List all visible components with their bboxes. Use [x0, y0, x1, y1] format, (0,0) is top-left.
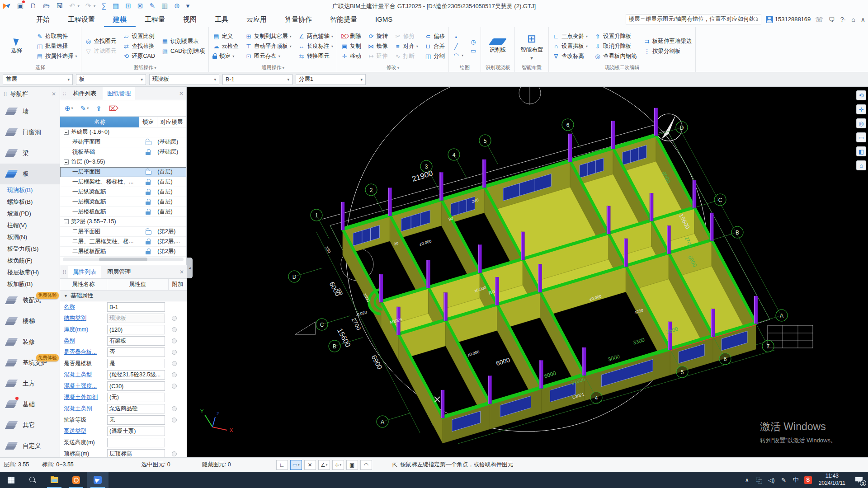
drawing-row[interactable]: 一层楼板配筋(首层) — [60, 207, 186, 217]
locked-icon[interactable] — [146, 249, 151, 254]
property-value-input[interactable]: (混凝土泵) — [107, 427, 165, 436]
设置升降板-button[interactable]: ⇧设置升降板 — [593, 32, 638, 41]
按属性选择-button[interactable]: ▤按属性选择▾ — [35, 52, 78, 61]
attach-radio[interactable] — [172, 372, 177, 377]
图元存盘-button[interactable]: ⊡图元存盘▾ — [244, 52, 292, 61]
选择-button[interactable]: 选择 — [3, 38, 31, 55]
attach-radio[interactable] — [172, 350, 177, 355]
attach-radio[interactable] — [172, 384, 177, 389]
layer-select-3[interactable]: B-1▾ — [222, 74, 292, 85]
云检查-button[interactable]: ☁云检查 — [212, 42, 240, 51]
sidebar-item-自定义[interactable]: 自定义 — [0, 436, 60, 456]
sidebar-item-板洞(N)[interactable]: 板洞(N) — [0, 231, 60, 243]
attach-radio[interactable] — [172, 418, 177, 422]
sidebar-item-梁[interactable]: 梁 — [0, 143, 60, 164]
sidebar-item-墙[interactable]: 墙 — [0, 101, 60, 122]
attach-radio[interactable] — [172, 406, 177, 411]
collapse-icon[interactable] — [64, 219, 69, 224]
tray-expand-icon[interactable]: ∧ — [741, 477, 753, 483]
tab-工程设置[interactable]: 工程设置 — [59, 12, 104, 27]
close-icon[interactable]: ✕ — [52, 91, 56, 97]
start-button[interactable] — [0, 472, 22, 488]
arc-tool[interactable]: ◠ — [360, 460, 372, 470]
property-value-input[interactable]: 是 — [107, 359, 165, 368]
property-value-input[interactable]: 有梁板 — [107, 336, 165, 346]
attach-radio[interactable] — [172, 451, 177, 456]
unlocked-icon[interactable] — [146, 169, 151, 175]
drawing-group-row[interactable]: 基础层 (-1.6~0) — [60, 127, 186, 137]
drawing-row[interactable]: 基础平面图(基础层) — [60, 137, 186, 147]
clock[interactable]: 11:43 2024/10/11 — [814, 473, 850, 487]
summary-calc-icon[interactable]: ∑ — [101, 1, 106, 10]
view-quantity-icon[interactable]: ⊞ — [125, 1, 131, 10]
new-window-icon[interactable]: ⊕ — [174, 1, 180, 10]
layer-select-0[interactable]: 首层▾ — [3, 74, 73, 85]
property-label[interactable]: 是否叠合板... — [60, 348, 107, 356]
sidebar-item-装配式[interactable]: 装配式免费体验 — [0, 290, 60, 311]
property-label[interactable]: 混凝土类型 — [60, 371, 107, 379]
support-icon[interactable]: ☏ — [815, 16, 823, 23]
orange-app-button[interactable] — [65, 472, 87, 488]
locked-icon[interactable] — [146, 189, 151, 195]
close-icon[interactable]: ✕ — [179, 269, 184, 275]
rename-drawing-button[interactable]: ✎▾ — [80, 104, 89, 113]
app-logo-icon[interactable] — [3, 2, 11, 9]
new-project-icon[interactable]: 🗋 — [30, 1, 37, 10]
自动平齐顶板-button[interactable]: ⊤自动平齐顶板▾ — [244, 42, 292, 51]
property-label[interactable]: 混凝土类别 — [60, 405, 107, 413]
查找替换-button[interactable]: ⇄查找替换 — [122, 42, 156, 51]
sidebar-item-基坑支护[interactable]: 基坑支护免费体验 — [0, 352, 60, 373]
collapse-ribbon-icon[interactable]: ∧ — [861, 16, 865, 23]
save-icon[interactable]: 🖫 — [56, 1, 63, 10]
locked-icon[interactable] — [146, 179, 151, 185]
draw-rect-button[interactable]: ▭ — [469, 47, 478, 55]
sogou-icon[interactable]: S — [804, 476, 812, 484]
draw-circle-button[interactable]: ◷ — [469, 38, 478, 46]
snap-toggle[interactable]: ✕ — [304, 460, 316, 470]
三点变斜-button[interactable]: ∟三点变斜▾ — [552, 32, 589, 41]
查看板内钢筋-button[interactable]: ◎查看板内钢筋 — [593, 52, 638, 61]
sidebar-item-板加腋(B)[interactable]: 板加腋(B) — [0, 278, 60, 290]
draw-arc-button[interactable]: ◠▾ — [452, 52, 464, 59]
add-drawing-button[interactable]: ⊕▾ — [65, 104, 73, 113]
sidebar-item-楼梯[interactable]: 楼梯 — [0, 311, 60, 332]
property-label[interactable]: 结构类别 — [60, 314, 107, 322]
collapse-icon[interactable] — [64, 160, 69, 164]
redo-icon[interactable]: ↷ — [85, 1, 91, 10]
view-report-icon[interactable]: ▦ — [113, 1, 119, 10]
qat-more-icon[interactable]: ▾ — [186, 1, 190, 10]
sidebar-item-螺旋板(B)[interactable]: 螺旋板(B) — [0, 196, 60, 208]
import-drawing-button[interactable]: ⇪ — [96, 104, 102, 113]
drag-handle-icon[interactable]: ⁞⁞ — [63, 91, 66, 96]
locked-icon[interactable] — [146, 209, 151, 215]
layer-select-1[interactable]: 板▾ — [76, 74, 146, 85]
drawing-row[interactable]: 筏板基础(基础层) — [60, 147, 186, 157]
property-label[interactable]: 混凝土强度... — [60, 382, 107, 390]
sidebar-item-板[interactable]: 板 — [0, 164, 60, 184]
拾取构件-button[interactable]: ✎拾取构件 — [35, 32, 78, 41]
property-value-input[interactable] — [107, 438, 165, 447]
对齐-button[interactable]: ≡对齐▾ — [393, 42, 419, 51]
sidebar-item-柱帽(V)[interactable]: 柱帽(V) — [0, 220, 60, 231]
tab-IGMS[interactable]: IGMS — [366, 12, 401, 27]
sidebar-item-楼层板带(H)[interactable]: 楼层板带(H) — [0, 267, 60, 278]
drawing-canvas[interactable]: 123456DCBADCBA45672190060002700156006900… — [187, 87, 868, 457]
gift-icon[interactable]: ⌂ — [851, 16, 855, 23]
tab-建模[interactable]: 建模 — [104, 12, 136, 27]
horizontal-scrollbar[interactable] — [63, 258, 184, 261]
drawing-row[interactable]: 二层楼板配筋(第2层) — [60, 247, 186, 257]
取消升降板-button[interactable]: ⇩取消升降板 — [593, 42, 638, 51]
view-pan-tool[interactable]: ✛ — [856, 104, 866, 114]
按梁分割板-button[interactable]: ⋮按梁分割板 — [642, 47, 693, 56]
旋转-button[interactable]: ⟳旋转 — [367, 32, 389, 41]
sidebar-item-门窗洞[interactable]: 门窗洞 — [0, 122, 60, 143]
转换图元-button[interactable]: ⇆转换图元 — [297, 52, 334, 61]
偏移-button[interactable]: ⊂偏移 — [424, 32, 446, 41]
property-label[interactable]: 名称 — [60, 303, 107, 311]
property-value-input[interactable]: 现浇板 — [107, 314, 165, 323]
复制-button[interactable]: ▣复制 — [340, 42, 362, 51]
sidebar-item-其它[interactable]: 其它 — [0, 415, 60, 436]
ortho-tool[interactable]: ∟ — [276, 460, 288, 470]
tab-算量协作[interactable]: 算量协作 — [276, 12, 321, 27]
pen-icon[interactable]: ✎ — [778, 477, 790, 483]
